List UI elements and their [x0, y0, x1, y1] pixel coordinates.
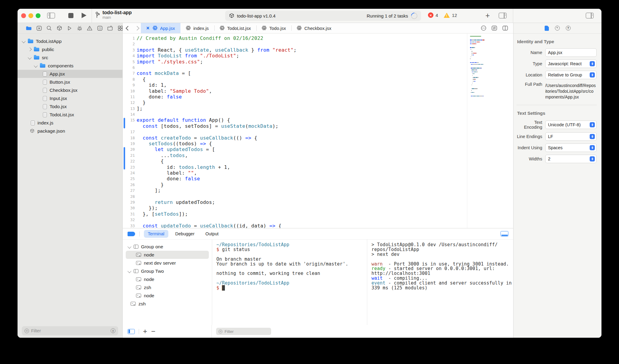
toggle-terminal-sidebar-icon[interactable] [128, 329, 135, 334]
more-options-icon[interactable] [481, 25, 487, 31]
issues-navigator-icon[interactable] [86, 25, 93, 31]
stepper-icon[interactable] [590, 61, 595, 66]
file-tree-item-TodoListApp[interactable]: TodoListApp [18, 37, 122, 45]
file-tree-item-Checkbox.jsx[interactable]: Checkbox.jsx [18, 86, 122, 94]
forward-button[interactable] [133, 23, 141, 33]
toggle-right-panel-icon[interactable] [586, 13, 594, 18]
code-line: }, [setTodos]); [137, 211, 467, 217]
select-dropdown[interactable]: LF [545, 132, 597, 141]
file-tree-item-components[interactable]: components [18, 62, 122, 70]
help-inspector-icon[interactable]: ? [566, 26, 571, 31]
tab-Todo.jsx[interactable]: Todo.jsx [256, 23, 291, 33]
chevron-right-icon[interactable] [28, 47, 31, 51]
history-inspector-icon[interactable] [555, 26, 560, 31]
terminal-item-zsh[interactable]: zsh [126, 283, 209, 292]
drawer-tab-debugger[interactable]: Debugger [171, 230, 199, 238]
extensions-navigator-icon[interactable] [107, 25, 113, 31]
file-tree-item-TodoList.jsx[interactable]: TodoList.jsx [18, 111, 122, 119]
back-button[interactable] [123, 23, 133, 33]
terminal-item-node[interactable]: node [126, 251, 209, 259]
terminal-filter-field[interactable]: Filter [216, 328, 271, 335]
plus-minus-filter-icon[interactable]: ± [111, 328, 115, 333]
terminal-pane-left[interactable]: ~/Repositories/TodoListApp$ git status O… [212, 239, 367, 325]
chevron-down-icon[interactable] [28, 56, 31, 59]
file-tree-label: public [42, 47, 54, 52]
chevron-down-icon[interactable] [34, 64, 37, 67]
add-terminal-button[interactable]: + [143, 328, 147, 334]
code-line: setTodos((todos) => { [137, 141, 467, 147]
file-tree-item-Button.jsx[interactable]: Button.jsx [18, 78, 122, 86]
terminal-item-node[interactable]: node [126, 292, 209, 300]
file-tree-item-package.json[interactable]: package.json [18, 127, 122, 135]
file-tree-item-App.jsx[interactable]: App.jsx [18, 70, 122, 78]
file-tree-item-Todo.jsx[interactable]: Todo.jsx [18, 102, 122, 111]
swap-editor-icon[interactable] [491, 25, 497, 31]
minimap-line [470, 85, 513, 85]
minimap[interactable] [467, 34, 513, 228]
stepper-icon[interactable] [590, 122, 595, 127]
terminal-item-node[interactable]: node [126, 275, 209, 283]
chevron-down-icon[interactable] [128, 245, 131, 248]
task-status-pill[interactable]: todo-list-app v1.0.4 Running 1 of 2 task… [225, 11, 421, 21]
text-input[interactable]: App.jsx [545, 48, 597, 57]
chevron-down-icon[interactable] [22, 39, 25, 43]
react-file-icon [186, 26, 191, 31]
terminal-pane-right[interactable]: > TodoListApp@0.1.0 dev /Users/austincon… [367, 239, 513, 325]
stepper-icon[interactable] [590, 156, 595, 162]
stop-button[interactable] [68, 13, 73, 18]
toolbar: todo-list-app main todo-list-app v1.0.4 … [18, 9, 601, 23]
run-button[interactable] [82, 13, 86, 18]
tab-index.js[interactable]: index.js [180, 23, 214, 33]
project-navigator-icon[interactable] [25, 25, 32, 31]
remove-terminal-button[interactable]: − [151, 328, 155, 334]
warning-badge-icon[interactable]: ! [444, 13, 450, 18]
stepper-icon[interactable] [590, 145, 595, 150]
file-tree-item-Input.jsx[interactable]: Input.jsx [18, 94, 122, 102]
stepper-icon[interactable] [590, 72, 595, 78]
select-dropdown[interactable]: Spaces [545, 143, 597, 152]
select-dropdown[interactable]: Unicode (UTF-8) [545, 121, 597, 129]
select-dropdown[interactable]: Relative to Group [545, 71, 597, 79]
source-control-navigator-icon[interactable] [36, 25, 42, 31]
select-dropdown[interactable]: 2 [545, 155, 597, 163]
toggle-left-sidebar-icon[interactable] [47, 13, 55, 18]
run-navigator-icon[interactable] [66, 25, 73, 31]
drawer-icon[interactable] [128, 232, 135, 236]
close-tab-icon[interactable]: × [146, 25, 150, 31]
toggle-inspector-icon[interactable] [499, 13, 507, 18]
search-navigator-icon[interactable] [46, 25, 52, 31]
new-tab-button[interactable]: + [485, 11, 490, 20]
code-editor[interactable]: 1234567891011121314151718192021222324252… [123, 34, 513, 228]
error-badge-icon[interactable]: × [428, 12, 433, 18]
drawer-tab-terminal[interactable]: Terminal [144, 230, 168, 238]
chevron-down-icon[interactable] [128, 269, 131, 273]
terminal-item-zsh[interactable]: zsh [126, 300, 209, 308]
terminal-item-next-dev-server[interactable]: next dev server [126, 259, 209, 267]
minimize-window-button[interactable] [28, 13, 33, 18]
tab-Checkbox.jsx[interactable]: Checkbox.jsx [291, 23, 337, 33]
code-content[interactable]: // Created by Austin Condiff on 02/16/20… [137, 34, 467, 228]
debug-navigator-icon[interactable] [76, 25, 83, 31]
file-tree-item-src[interactable]: src [18, 53, 122, 62]
file-tree-item-public[interactable]: public [18, 45, 122, 53]
snippets-navigator-icon[interactable]: {} [97, 25, 103, 31]
minimap-line [470, 88, 513, 89]
terminal-item-group-one[interactable]: Group one [126, 243, 209, 251]
file-inspector-icon[interactable] [545, 26, 549, 31]
package-navigator-icon[interactable] [56, 25, 63, 31]
tab-TodoList.jsx[interactable]: TodoList.jsx [214, 23, 256, 33]
split-editor-icon[interactable] [502, 25, 508, 31]
zoom-window-button[interactable] [36, 13, 41, 18]
toggle-bottom-panel-icon[interactable] [501, 231, 508, 237]
stepper-icon[interactable] [590, 134, 595, 139]
terminal-item-group-two[interactable]: Group Two [126, 267, 209, 275]
toolbar-divider [92, 9, 92, 23]
project-title-block[interactable]: todo-list-app main [96, 10, 132, 20]
select-dropdown[interactable]: Javascript: React [545, 60, 597, 68]
drawer-tab-output[interactable]: Output [201, 230, 222, 238]
navigator-filter-field[interactable]: Filter ± [22, 326, 118, 335]
close-window-button[interactable] [21, 13, 26, 18]
file-tree-item-index.js[interactable]: index.js [18, 119, 122, 127]
package-icon [229, 13, 235, 19]
tab-App.jsx[interactable]: ×App.jsx [141, 23, 180, 33]
